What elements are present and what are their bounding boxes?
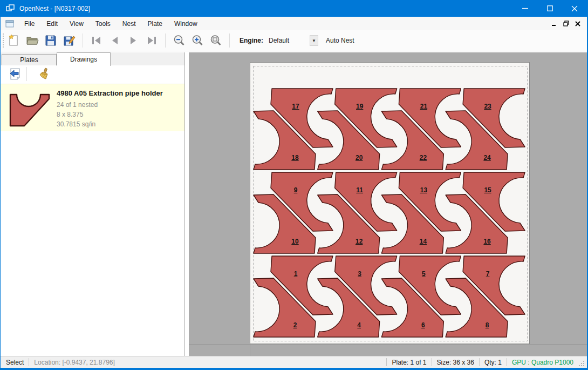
menu-tools[interactable]: Tools: [90, 18, 117, 30]
document-icon[interactable]: [5, 20, 14, 28]
menu-nest[interactable]: Nest: [117, 18, 142, 30]
status-separator: [386, 358, 387, 366]
drawing-area: 30.7815 sq/in: [57, 119, 163, 129]
nest-canvas[interactable]: 123456789101112131415161718192021222324: [189, 52, 587, 356]
save-icon[interactable]: [43, 32, 59, 49]
import-drawing-icon[interactable]: [7, 66, 23, 82]
go-first-icon[interactable]: [88, 32, 105, 49]
menu-edit[interactable]: Edit: [40, 18, 64, 30]
status-bar: Select Location: [-0.9437, 21.8796] Plat…: [1, 356, 587, 368]
menu-bar: File Edit View Tools Nest Plate Window: [1, 17, 587, 30]
main-toolbar: Engine: Default ▼ Auto Nest: [1, 30, 587, 51]
status-separator: [479, 358, 480, 366]
canvas-divider-line: [189, 344, 587, 345]
go-next-icon[interactable]: [125, 32, 141, 49]
status-plate: Plate: 1 of 1: [392, 359, 426, 366]
menu-file[interactable]: File: [18, 18, 40, 30]
mdi-restore-button[interactable]: [560, 18, 572, 29]
open-file-icon[interactable]: [24, 32, 40, 49]
toolbar-separator: [26, 67, 27, 81]
status-location: Location: [-0.9437, 21.8796]: [34, 359, 114, 366]
zoom-in-icon[interactable]: [189, 32, 206, 49]
drawing-title: 4980 A05 Extraction pipe holder: [57, 89, 163, 97]
app-icon: [6, 4, 15, 13]
toolbar-separator: [83, 33, 83, 48]
zoom-out-icon[interactable]: [171, 32, 187, 49]
title-bar: OpenNest - [N0317-002]: [1, 0, 587, 17]
save-as-icon[interactable]: [61, 32, 77, 49]
chevron-down-icon[interactable]: ▼: [310, 35, 318, 46]
menu-plate[interactable]: Plate: [142, 18, 168, 30]
status-gpu: GPU : Quadro P1000: [512, 359, 573, 366]
toolbar-gripper[interactable]: [2, 32, 5, 49]
mdi-minimize-button[interactable]: [548, 18, 560, 29]
auto-nest-label[interactable]: Auto Nest: [326, 37, 354, 44]
status-mode: Select: [6, 359, 24, 366]
engine-combobox[interactable]: Default ▼: [266, 35, 318, 46]
zoom-fit-icon[interactable]: [208, 32, 224, 49]
tab-drawings[interactable]: Drawings: [57, 52, 111, 66]
maximize-button[interactable]: [537, 0, 562, 17]
status-separator: [29, 358, 29, 366]
drawing-list-item[interactable]: 4980 A05 Extraction pipe holder 24 of 1 …: [1, 84, 184, 131]
toolbar-separator: [165, 33, 166, 48]
go-previous-icon[interactable]: [107, 32, 123, 49]
drawing-nested-count: 24 of 1 nested: [57, 100, 163, 110]
resize-grip[interactable]: [578, 360, 585, 367]
sidebar-tabstrip: Plates Drawings: [1, 52, 184, 65]
clean-broom-icon[interactable]: [36, 66, 52, 82]
canvas-divider-line: [250, 344, 250, 356]
status-separator: [507, 358, 507, 366]
menu-view[interactable]: View: [64, 18, 90, 30]
mdi-close-button[interactable]: [572, 18, 584, 29]
close-button[interactable]: [562, 0, 587, 17]
drawings-toolbar: [1, 65, 184, 83]
go-last-icon[interactable]: [143, 32, 160, 49]
sidebar-panel: Plates Drawings 4980 A05 Extraction pipe…: [1, 52, 185, 356]
plate-sheet: [250, 62, 530, 344]
toolbar-separator: [229, 33, 230, 48]
window-title: OpenNest - [N0317-002]: [19, 5, 90, 12]
new-file-icon[interactable]: [6, 32, 22, 49]
tab-plates[interactable]: Plates: [2, 54, 57, 65]
status-separator: [432, 358, 432, 366]
app-window: OpenNest - [N0317-002] File Edit View To…: [0, 0, 588, 370]
status-qty: Qty: 1: [484, 359, 502, 366]
drawing-thumbnail: [9, 89, 51, 131]
drawing-size: 8 x 8.375: [57, 110, 163, 119]
status-size: Size: 36 x 36: [437, 359, 474, 366]
engine-label: Engine:: [240, 37, 263, 44]
engine-value: Default: [266, 37, 310, 44]
menu-window[interactable]: Window: [168, 18, 203, 30]
minimize-button[interactable]: [512, 0, 537, 17]
